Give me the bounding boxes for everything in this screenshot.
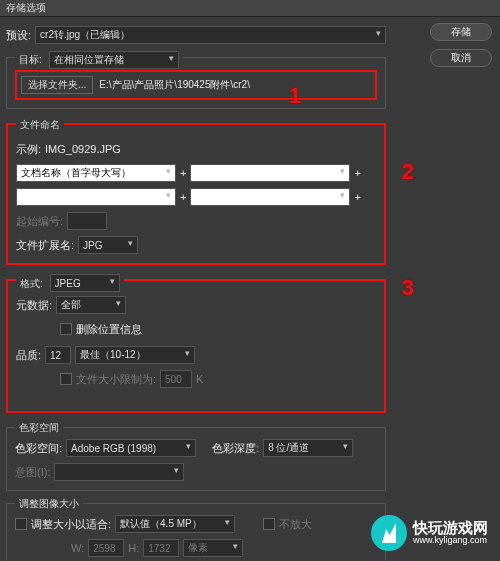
delete-location-label: 删除位置信息: [76, 322, 142, 337]
resize-checkbox[interactable]: [15, 518, 27, 530]
depth-select[interactable]: [263, 439, 353, 457]
colorspace-fieldset: 色彩空间 色彩空间: 色彩深度: 意图(I):: [6, 427, 386, 491]
window-titlebar: 存储选项: [0, 0, 500, 17]
start-num-input[interactable]: [67, 212, 107, 230]
format-legend: 格式:: [16, 274, 124, 292]
save-button[interactable]: 存储: [430, 23, 492, 41]
no-enlarge-checkbox: [263, 518, 275, 530]
cancel-button[interactable]: 取消: [430, 49, 492, 67]
target-path-box: 选择文件夹... E:\产品\产品照片\190425附件\cr2\: [15, 70, 377, 100]
depth-label: 色彩深度:: [212, 441, 259, 456]
choose-folder-button[interactable]: 选择文件夹...: [21, 76, 93, 94]
filesize-limit-label: 文件大小限制为:: [76, 372, 156, 387]
intent-label: 意图(I):: [15, 465, 50, 480]
resize-fieldset: 调整图像大小 调整大小以适合: 不放大 W: H: 分辨率:: [6, 503, 386, 561]
size-unit-select: [183, 539, 243, 557]
watermark: 快玩游戏网 www.kyligang.com: [365, 511, 494, 555]
quality-input[interactable]: [45, 346, 71, 364]
target-legend: 目标:: [15, 51, 183, 69]
preset-select[interactable]: [35, 26, 386, 44]
target-fieldset: 目标: 选择文件夹... E:\产品\产品照片\190425附件\cr2\: [6, 57, 386, 109]
meta-label: 元数据:: [16, 298, 52, 313]
width-input: [88, 539, 124, 557]
preset-label: 预设:: [6, 28, 31, 43]
target-path-text: E:\产品\产品照片\190425附件\cr2\: [99, 78, 371, 92]
no-enlarge-label: 不放大: [279, 517, 312, 532]
fit-label: 调整大小以适合:: [31, 517, 111, 532]
watermark-icon: [371, 515, 407, 551]
example-value: IMG_0929.JPG: [45, 143, 121, 155]
name-part-3[interactable]: [16, 188, 176, 206]
ext-select[interactable]: [78, 236, 138, 254]
format-fieldset: 格式: 元数据: 删除位置信息 品质: 文件大小限制为: K: [6, 279, 386, 413]
name-part-2[interactable]: [190, 164, 350, 182]
colorspace-legend: 色彩空间: [15, 421, 63, 435]
resize-legend: 调整图像大小: [15, 497, 83, 511]
annotation-2: 2: [402, 159, 414, 185]
naming-fieldset: 文件命名 示例: IMG_0929.JPG + + + + 起始编号: 文件扩展…: [6, 123, 386, 265]
annotation-3: 3: [402, 275, 414, 301]
watermark-line1: 快玩游戏网: [413, 520, 488, 537]
name-part-1[interactable]: [16, 164, 176, 182]
annotation-1: 1: [289, 83, 301, 109]
quality-preset-select[interactable]: [75, 346, 195, 364]
intent-select: [54, 463, 184, 481]
space-select[interactable]: [66, 439, 196, 457]
filesize-limit-unit: K: [196, 373, 203, 385]
naming-legend: 文件命名: [16, 118, 64, 132]
meta-select[interactable]: [56, 296, 126, 314]
height-input: [143, 539, 179, 557]
space-label: 色彩空间:: [15, 441, 62, 456]
target-mode-select[interactable]: [49, 51, 179, 69]
ext-label: 文件扩展名:: [16, 238, 74, 253]
watermark-line2: www.kyligang.com: [413, 536, 488, 546]
filesize-limit-checkbox[interactable]: [60, 373, 72, 385]
filesize-limit-input: [160, 370, 192, 388]
example-label: 示例:: [16, 142, 41, 157]
quality-label: 品质:: [16, 348, 41, 363]
fit-select[interactable]: [115, 515, 235, 533]
dialog-buttons: 存储 取消: [430, 23, 492, 67]
format-select[interactable]: [50, 274, 120, 292]
delete-location-checkbox[interactable]: [60, 323, 72, 335]
window-title: 存储选项: [6, 1, 46, 15]
start-num-label: 起始编号:: [16, 214, 63, 229]
name-part-4[interactable]: [190, 188, 350, 206]
